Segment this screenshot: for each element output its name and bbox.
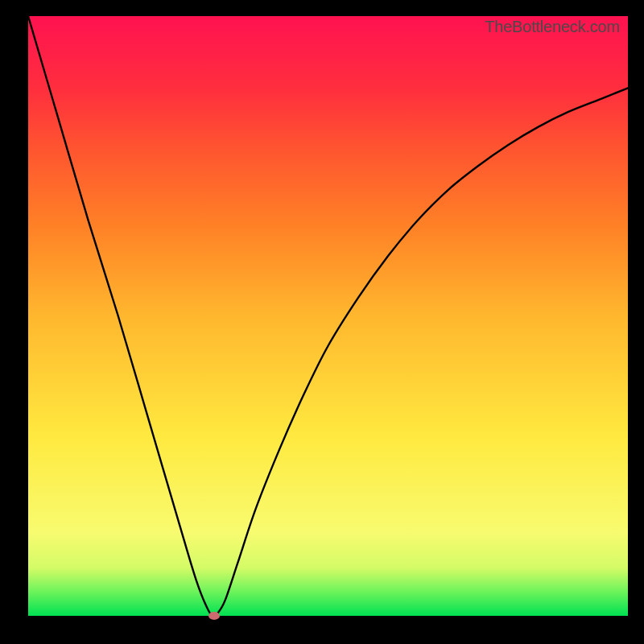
chart-frame: TheBottleneck.com: [0, 0, 644, 644]
bottleneck-curve: [28, 16, 628, 616]
watermark-text: TheBottleneck.com: [485, 18, 620, 36]
minimum-marker: [208, 612, 220, 620]
plot-area: TheBottleneck.com: [28, 16, 628, 616]
